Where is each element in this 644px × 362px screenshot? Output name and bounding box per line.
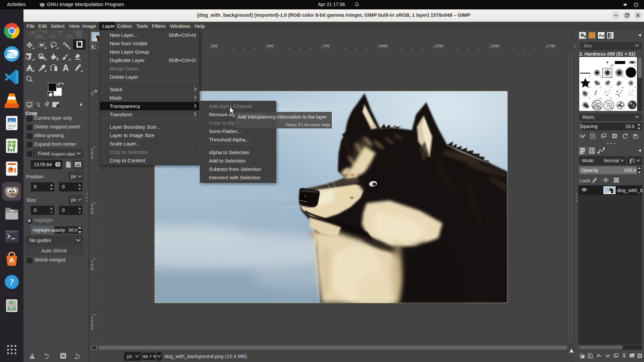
svg-text:1750: 1750 (547, 44, 555, 48)
svg-text:+: + (634, 75, 636, 78)
svg-text:+: + (622, 75, 624, 78)
svg-text:?: ? (10, 277, 14, 287)
svg-text:+: + (599, 86, 601, 89)
svg-text:+: + (589, 97, 590, 100)
svg-text:+: + (599, 75, 601, 78)
svg-text:0: 0 (91, 211, 93, 215)
svg-text:+: + (610, 97, 612, 100)
svg-text:+: + (610, 64, 612, 68)
svg-text:+: + (610, 86, 612, 89)
svg-text:Aa: Aa (599, 33, 604, 38)
svg-text:+: + (589, 75, 590, 78)
svg-text:+: + (610, 75, 612, 78)
svg-text:0: 0 (91, 155, 93, 159)
svg-text:750: 750 (323, 44, 329, 48)
svg-text:+: + (634, 86, 636, 89)
svg-text:+: + (622, 86, 624, 89)
svg-text:+: + (589, 86, 590, 89)
svg-text:+: + (634, 64, 636, 68)
svg-text:250: 250 (212, 44, 218, 48)
svg-text:0: 0 (91, 267, 93, 271)
svg-text:1500: 1500 (491, 44, 499, 48)
svg-text:1250: 1250 (435, 44, 443, 48)
svg-text:A: A (9, 256, 14, 264)
svg-text:500: 500 (267, 44, 273, 48)
svg-text:1000: 1000 (379, 44, 387, 48)
svg-text:0: 0 (91, 326, 93, 330)
